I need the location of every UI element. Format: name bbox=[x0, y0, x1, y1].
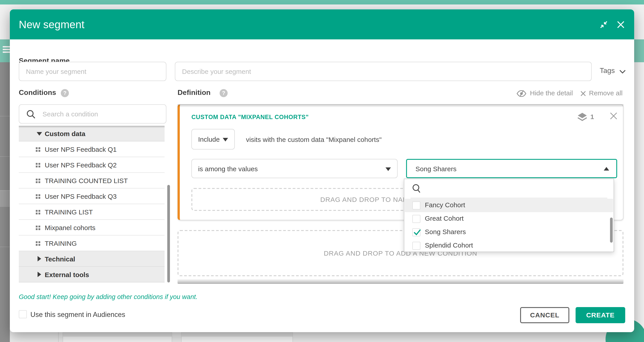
condition-item[interactable]: TRAINING LIST bbox=[19, 204, 164, 220]
narrow-drop-hint: DRAG AND DROP TO NAR bbox=[192, 196, 408, 203]
remove-all-label: Remove all bbox=[589, 89, 622, 97]
caret-right-icon bbox=[38, 272, 41, 277]
condition-label: TRAINING bbox=[45, 239, 77, 247]
condition-item[interactable]: User NPS Feedback Q2 bbox=[19, 157, 164, 173]
hamburger-menu-icon[interactable] bbox=[3, 46, 10, 53]
operator-select[interactable]: is among the values bbox=[192, 159, 398, 178]
audiences-checkbox-label: Use this segment in Audiences bbox=[30, 311, 125, 319]
close-icon bbox=[580, 91, 586, 96]
cohort-option-label: Splendid Cohort bbox=[425, 241, 473, 249]
drag-handle-icon[interactable] bbox=[36, 226, 40, 230]
remove-all-button[interactable]: Remove all bbox=[580, 89, 622, 97]
group-label: Technical bbox=[45, 255, 75, 263]
background-card bbox=[181, 332, 293, 342]
new-segment-modal: New segment Segment name Tags Conditions… bbox=[10, 10, 634, 332]
sidebar-selected-item bbox=[0, 190, 10, 206]
caret-right-icon bbox=[38, 256, 41, 261]
cohort-option-label: Great Cohort bbox=[425, 214, 464, 222]
condition-group-external-tools[interactable]: External tools bbox=[19, 267, 164, 282]
checkbox-unchecked[interactable] bbox=[412, 215, 420, 223]
condition-item[interactable]: Mixpanel cohorts bbox=[19, 220, 164, 235]
condition-group-technical[interactable]: Technical bbox=[19, 251, 164, 267]
condition-item[interactable]: User NPS Feedback Q3 bbox=[19, 188, 164, 204]
encouragement-message: Good start! Keep going by adding other c… bbox=[19, 293, 198, 300]
dropdown-scrollbar[interactable] bbox=[610, 218, 613, 243]
condition-item[interactable]: TRAINING COUNTED LIST bbox=[19, 173, 164, 188]
search-icon[interactable] bbox=[412, 184, 422, 194]
background-card bbox=[62, 332, 172, 342]
include-select[interactable]: Include bbox=[192, 129, 235, 150]
page: New segment Segment name Tags Conditions… bbox=[0, 0, 644, 342]
condition-label: User NPS Feedback Q2 bbox=[45, 161, 117, 169]
definition-title: Definition bbox=[178, 89, 211, 97]
group-label: External tools bbox=[45, 271, 89, 278]
create-button[interactable]: CREATE bbox=[576, 307, 625, 323]
definition-help-icon[interactable]: ? bbox=[220, 89, 228, 97]
modal-header: New segment bbox=[10, 10, 634, 39]
definition-horizontal-scrollbar[interactable] bbox=[178, 279, 624, 284]
caret-down-icon bbox=[223, 138, 228, 141]
condition-search bbox=[19, 104, 166, 124]
condition-label: User NPS Feedback Q3 bbox=[45, 192, 117, 200]
close-modal-icon[interactable] bbox=[616, 20, 625, 29]
remove-condition-icon[interactable] bbox=[610, 112, 618, 120]
conditions-title: Conditions bbox=[19, 89, 56, 97]
caret-down-icon bbox=[386, 167, 391, 171]
checkbox-unchecked[interactable] bbox=[412, 242, 420, 250]
condition-group-custom-data[interactable]: Custom data bbox=[19, 126, 164, 141]
drag-handle-icon[interactable] bbox=[36, 210, 40, 214]
drag-handle-icon[interactable] bbox=[36, 147, 40, 152]
eye-slash-icon bbox=[516, 90, 526, 97]
definition-top-shadow bbox=[178, 104, 624, 107]
condition-label: TRAINING COUNTED LIST bbox=[45, 177, 128, 184]
checkmark-icon bbox=[413, 229, 421, 236]
condition-label: Mixpanel cohorts bbox=[45, 224, 96, 231]
conditions-list: Custom data User NPS Feedback Q1 User NP… bbox=[19, 126, 164, 282]
caret-down-icon bbox=[37, 132, 42, 136]
tags-label: Tags bbox=[600, 67, 615, 74]
include-value: Include bbox=[198, 135, 220, 143]
checkbox-unchecked[interactable] bbox=[412, 201, 420, 209]
conditions-scrollbar[interactable] bbox=[167, 185, 170, 282]
audiences-checkbox[interactable] bbox=[19, 310, 27, 318]
segment-name-input[interactable] bbox=[19, 62, 166, 81]
condition-item[interactable]: TRAINING bbox=[19, 235, 164, 251]
cancel-button[interactable]: CANCEL bbox=[520, 307, 569, 323]
checkbox-checked[interactable] bbox=[412, 228, 420, 236]
page-divider bbox=[58, 332, 58, 342]
dropdown-divider bbox=[410, 198, 607, 198]
drag-handle-icon[interactable] bbox=[36, 241, 40, 246]
modal-title: New segment bbox=[19, 10, 84, 39]
collapse-modal-icon[interactable] bbox=[599, 20, 608, 29]
condition-label: TRAINING LIST bbox=[45, 208, 93, 216]
tags-dropdown[interactable]: Tags bbox=[600, 67, 626, 75]
cohort-value: Song Sharers bbox=[416, 165, 456, 172]
caret-up-icon bbox=[604, 167, 609, 170]
condition-card-title: CUSTOM DATA "MIXPANEL COHORTS" bbox=[192, 114, 309, 120]
segment-description-input[interactable] bbox=[175, 62, 592, 81]
condition-label: User NPS Feedback Q1 bbox=[45, 146, 117, 153]
drag-handle-icon[interactable] bbox=[36, 163, 40, 167]
conditions-help-icon[interactable]: ? bbox=[61, 89, 69, 97]
condition-item[interactable]: User NPS Feedback Q1 bbox=[19, 141, 164, 157]
cohort-option[interactable]: Song Sharers bbox=[405, 226, 613, 239]
cohort-value-select[interactable]: Song Sharers bbox=[406, 159, 617, 178]
hide-detail-label: Hide the detail bbox=[530, 89, 573, 97]
drag-handle-icon[interactable] bbox=[36, 194, 40, 199]
cohort-option[interactable]: Fancy Cohort bbox=[405, 199, 613, 212]
drag-handle-icon[interactable] bbox=[36, 179, 40, 183]
chevron-down-icon bbox=[620, 70, 626, 74]
cohort-option[interactable]: Splendid Cohort bbox=[405, 239, 613, 252]
condition-search-input[interactable] bbox=[42, 105, 163, 123]
cohort-option-label: Song Sharers bbox=[425, 228, 466, 235]
cohort-option[interactable]: Great Cohort bbox=[405, 212, 613, 226]
hide-detail-button[interactable]: Hide the detail bbox=[516, 89, 573, 97]
page-top-strip bbox=[0, 0, 644, 5]
search-icon bbox=[26, 110, 36, 119]
group-label: Custom data bbox=[45, 130, 86, 137]
cohort-dropdown-panel: Fancy Cohort Great Cohort Song Sharers S… bbox=[404, 179, 614, 252]
cohort-option-label: Fancy Cohort bbox=[425, 201, 465, 209]
operator-value: is among the values bbox=[198, 165, 258, 172]
app-sidebar bbox=[0, 62, 10, 342]
layers-icon bbox=[577, 112, 588, 124]
